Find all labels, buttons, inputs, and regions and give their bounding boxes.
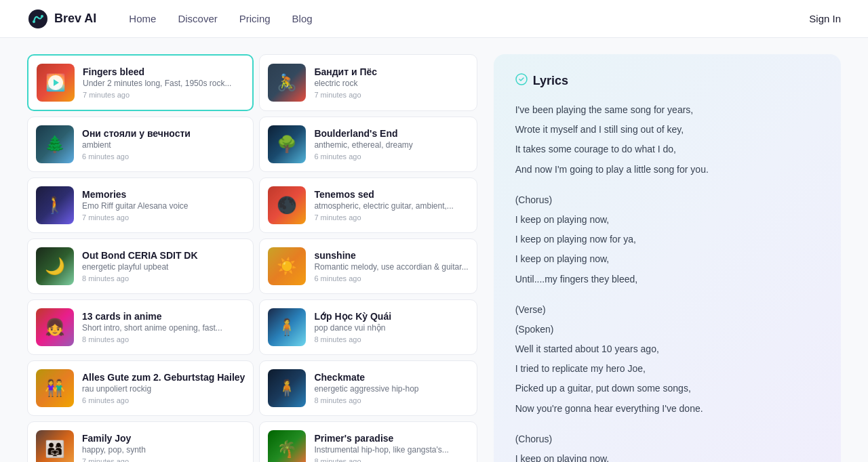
song-card[interactable]: 🌲 Они стояли у вечности ambient 6 minute… [27,117,254,172]
main-content: 🌅 Fingers bleed Under 2 minutes long, Fa… [0,38,868,462]
lyrics-header: Lyrics [515,73,819,88]
song-card[interactable]: 🌙 Out Bond CERIA SDIT DK energetic playf… [27,238,254,294]
lyrics-line: Well it started about 10 years ago, [515,341,819,358]
song-time: 8 minutes ago [314,457,468,462]
song-time: 7 minutes ago [314,213,468,222]
lyrics-spacer [515,181,819,192]
lyrics-spacer [515,291,819,301]
song-thumbnail: ☀️ [268,247,306,285]
song-info: 13 cards in anime Short intro, short ani… [82,311,245,343]
song-thumb-figure: 🌳 [268,125,306,163]
song-time: 8 minutes ago [82,274,245,282]
play-overlay [37,64,75,102]
lyrics-line: (Spoken) [515,321,819,338]
lyrics-content: I've been playing the same song for year… [515,102,819,462]
lyrics-line: Picked up a guitar, put down some songs, [515,380,819,397]
song-title: 13 cards in anime [82,311,245,322]
lyrics-line: And now I'm going to play a little song … [515,161,819,178]
song-info: Tenemos sed atmospheric, electric guitar… [314,189,468,222]
song-card[interactable]: 🧍 Checkmate energetic aggressive hip-hop… [259,360,477,416]
logo-text: Brev AI [54,12,96,26]
song-thumbnail: 👫 [36,369,74,407]
song-desc: ambient [82,140,245,150]
navbar: Brev AI Home Discover Pricing Blog Sign … [0,0,868,38]
lyrics-line: I keep on playing now, [515,211,819,228]
song-title: Checkmate [314,372,468,383]
signin-button[interactable]: Sign In [809,13,841,24]
song-thumb-figure: ☀️ [268,247,306,285]
lyrics-line: Wrote it myself and I still sing out of … [515,121,819,138]
song-thumb-figure: 👨‍👩‍👧 [36,430,74,462]
song-info: Boulderland's End anthemic, ethereal, dr… [314,128,468,161]
song-time: 7 minutes ago [82,213,245,222]
song-desc: Romantic melody, use accordian & guitar.… [314,262,468,272]
lyrics-line: I've been playing the same song for year… [515,102,819,119]
svg-point-0 [28,9,47,28]
nav-home[interactable]: Home [129,13,156,24]
lyrics-line: (Chorus) [515,192,819,209]
song-title: Boulderland's End [314,128,468,139]
song-time: 7 minutes ago [314,91,468,99]
song-card[interactable]: 🧍 Lớp Học Kỳ Quái pop dance vui nhộn 8 m… [259,299,477,355]
song-card[interactable]: 👫 Alles Gute zum 2. Geburtstag Hailey ra… [27,360,254,416]
song-time: 8 minutes ago [314,396,468,404]
song-desc: Instrumental hip-hop, like gangsta's... [314,445,468,455]
song-time: 6 minutes ago [82,152,245,161]
song-time: 8 minutes ago [82,335,245,343]
nav-blog[interactable]: Blog [292,13,313,24]
song-time: 6 minutes ago [314,274,468,282]
song-title: Fingers bleed [83,66,244,77]
song-thumb-figure: 🌲 [36,125,74,163]
logo[interactable]: Brev AI [27,8,96,30]
song-desc: rau unpoliert rockig [82,384,245,394]
song-card[interactable]: 👨‍👩‍👧 Family Joy happy, pop, synth 7 min… [27,421,254,462]
song-title: Primer's paradise [314,433,468,444]
song-desc: atmospheric, electric guitar, ambient,..… [314,201,468,211]
song-card[interactable]: 🚴 Бандит и Пёс electric rock 7 minutes a… [259,54,477,111]
song-thumbnail: 🧍 [268,369,306,407]
nav-discover[interactable]: Discover [178,13,217,24]
nav-pricing[interactable]: Pricing [239,13,271,24]
song-info: Family Joy happy, pop, synth 7 minutes a… [82,433,245,462]
song-desc: energetic aggressive hip-hop [314,384,468,394]
song-title: Family Joy [82,433,245,444]
song-info: Бандит и Пёс electric rock 7 minutes ago [314,66,468,99]
lyrics-line: Now you're gonna hear everything I've do… [515,400,819,417]
song-card[interactable]: 👧 13 cards in anime Short intro, short a… [27,299,254,355]
lyrics-line: Until....my fingers they bleed, [515,271,819,288]
play-button[interactable] [48,75,63,90]
song-list: 🌅 Fingers bleed Under 2 minutes long, Fa… [27,54,477,462]
song-thumb-figure: 🌙 [36,247,74,285]
song-thumbnail: 🚶 [36,186,74,224]
song-thumb-figure: 👧 [36,308,74,346]
song-thumb-figure: 🧍 [268,308,306,346]
song-title: Они стояли у вечности [82,128,245,139]
song-info: Checkmate energetic aggressive hip-hop 8… [314,372,468,404]
song-time: 8 minutes ago [314,335,468,343]
song-time: 6 minutes ago [314,152,468,161]
song-info: Lớp Học Kỳ Quái pop dance vui nhộn 8 min… [314,311,468,343]
svg-point-2 [41,15,43,18]
song-title: Tenemos sed [314,189,468,200]
lyrics-line: I keep on playing now for ya, [515,231,819,248]
song-card[interactable]: 🌅 Fingers bleed Under 2 minutes long, Fa… [27,54,254,111]
song-card[interactable]: 🌴 Primer's paradise Instrumental hip-hop… [259,421,477,462]
song-title: Out Bond CERIA SDIT DK [82,250,245,261]
song-time: 7 minutes ago [82,457,245,462]
nav-links: Home Discover Pricing Blog [129,13,809,24]
song-card[interactable]: ☀️ sunshine Romantic melody, use accordi… [259,238,477,294]
lyrics-line: (Verse) [515,301,819,318]
song-title: Alles Gute zum 2. Geburtstag Hailey [82,372,245,383]
lyrics-line: I keep on playing now, [515,251,819,268]
song-card[interactable]: 🌑 Tenemos sed atmospheric, electric guit… [259,177,477,233]
song-desc: Emo Riff guitar Alesana voice [82,201,245,211]
song-info: Memories Emo Riff guitar Alesana voice 7… [82,189,245,222]
song-card[interactable]: 🚶 Memories Emo Riff guitar Alesana voice… [27,177,254,233]
song-card[interactable]: 🌳 Boulderland's End anthemic, ethereal, … [259,117,477,172]
song-info: Alles Gute zum 2. Geburtstag Hailey rau … [82,372,245,404]
lyrics-panel: Lyrics I've been playing the same song f… [494,54,841,462]
song-info: Out Bond CERIA SDIT DK energetic playful… [82,250,245,282]
logo-icon [27,8,49,30]
song-thumb-figure: 🚶 [36,186,74,224]
song-thumbnail: 🌲 [36,125,74,163]
